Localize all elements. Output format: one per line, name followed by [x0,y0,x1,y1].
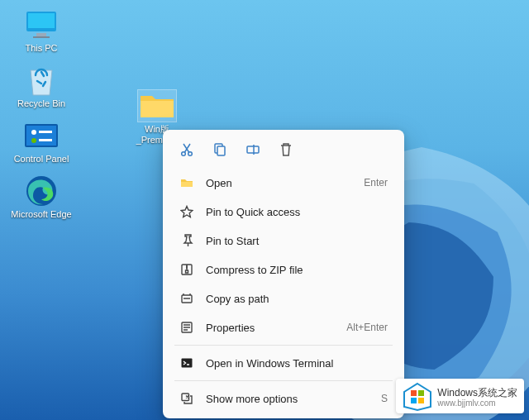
svg-rect-22 [418,390,424,396]
edge-icon [21,174,61,208]
svg-rect-14 [217,146,225,155]
desktop-icon-label: Recycle Bin [17,98,65,109]
rename-button[interactable] [239,138,267,163]
svg-rect-7 [39,131,52,133]
context-menu-item-label: Pin to Quick access [206,206,388,218]
delete-button[interactable] [272,138,300,163]
context-menu-item-copy-as-path[interactable]: Copy as path [169,284,398,313]
svg-rect-21 [411,390,417,396]
desktop-icon-microsoft-edge[interactable]: Microsoft Edge [8,174,74,220]
svg-point-11 [182,151,186,155]
svg-rect-9 [39,139,52,141]
svg-point-8 [31,138,36,143]
context-menu-item-label: Open in Windows Terminal [206,357,388,370]
watermark-title: Windows系统之家 [437,387,517,399]
watermark-url: www.bjjmlv.com [437,399,517,408]
context-menu-separator [174,345,393,346]
properties-icon [179,320,194,335]
context-menu-item-pin-start[interactable]: Pin to Start [169,227,398,255]
context-menu-item-open-terminal[interactable]: Open in Windows Terminal [169,349,398,377]
path-icon [179,291,194,306]
desktop-icon-label: Microsoft Edge [11,209,71,220]
context-menu-item-pin-quick-access[interactable]: Pin to Quick access [169,198,398,226]
svg-rect-1 [28,13,55,28]
context-menu-item-accelerator: S [381,393,388,404]
context-menu-item-label: Compress to ZIP file [206,264,388,276]
svg-point-6 [31,130,36,135]
svg-rect-23 [411,398,417,403]
svg-rect-24 [418,398,424,403]
context-menu-item-label: Copy as path [206,293,388,305]
context-menu-item-open[interactable]: OpenEnter [169,169,398,197]
star-icon [179,204,194,219]
windows-logo-icon [403,382,432,412]
delete-icon [279,142,293,160]
svg-rect-5 [26,126,56,146]
context-menu-separator [174,380,393,381]
cut-icon [179,142,194,160]
context-menu-item-compress-zip[interactable]: Compress to ZIP file [169,255,398,284]
context-menu-item-properties[interactable]: PropertiesAlt+Enter [169,313,398,341]
folder-icon [137,89,177,122]
desktop-icon-this-pc[interactable]: This PC [8,8,74,54]
context-menu-item-label: Open [206,177,364,189]
control-panel-icon [21,119,61,152]
zip-icon [179,262,194,277]
svg-rect-19 [182,359,193,368]
desktop[interactable]: This PC Recycle Bin Control Panel Micros… [0,0,529,420]
pin-icon [179,233,194,248]
context-menu-item-accelerator: Enter [364,177,388,189]
desktop-icons-column: This PC Recycle Bin Control Panel Micros… [8,8,74,220]
context-menu-toolbar [166,135,401,168]
cut-button[interactable] [173,138,201,163]
context-menu-item-label: Pin to Start [206,235,388,247]
svg-rect-15 [247,146,259,153]
desktop-icon-label: Control Panel [14,154,69,165]
copy-icon [212,142,227,160]
watermark-text: Windows系统之家 www.bjjmlv.com [437,387,517,408]
svg-rect-2 [36,33,46,36]
more-icon [179,391,194,406]
monitor-icon [21,8,61,41]
context-menu: OpenEnterPin to Quick accessPin to Start… [163,130,404,418]
context-menu-item-label: Properties [206,322,346,334]
context-menu-item-label: Show more options [206,393,381,405]
svg-point-12 [188,151,193,155]
rename-icon [245,142,260,160]
svg-rect-3 [33,36,50,38]
folder-icon [179,175,194,190]
copy-button[interactable] [206,138,234,163]
context-menu-item-show-more[interactable]: Show more optionsS [169,384,398,413]
desktop-icon-control-panel[interactable]: Control Panel [8,119,74,165]
terminal-icon [179,356,194,370]
recycle-bin-icon [21,64,61,97]
desktop-icon-label: This PC [25,43,57,54]
watermark-badge: Windows系统之家 www.bjjmlv.com [396,379,524,413]
desktop-icon-recycle-bin[interactable]: Recycle Bin [8,64,74,109]
context-menu-item-accelerator: Alt+Enter [346,322,388,333]
